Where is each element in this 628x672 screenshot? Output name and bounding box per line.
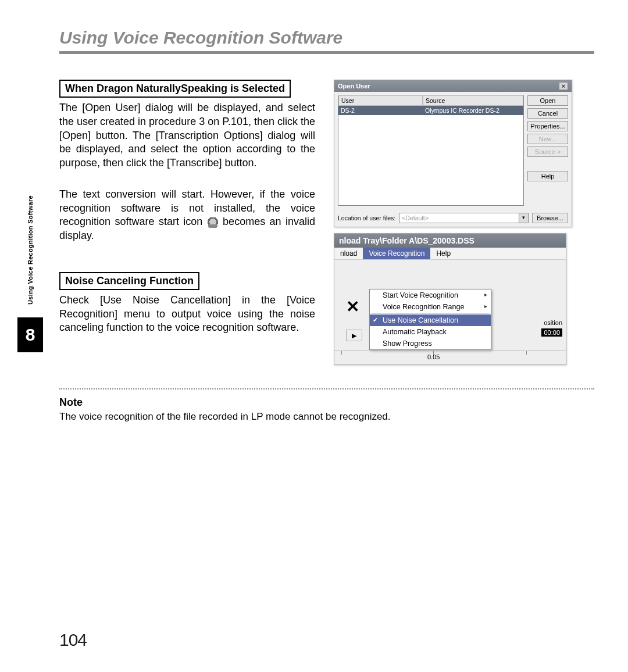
section2-para: Check [Use Noise Cancellation] in the [V…	[59, 294, 315, 335]
window-titlebar: nload Tray\Folder A\DS_20003.DSS	[334, 234, 566, 248]
section1-heading: When Dragon NaturallySpeaking is Selecte…	[59, 80, 291, 98]
section1-para1: The [Open User] dialog will be displayed…	[59, 101, 315, 170]
menu-item-range[interactable]: Voice Recognition Range	[370, 301, 491, 313]
voice-recognition-dropdown: Start Voice Recognition Voice Recognitio…	[369, 289, 491, 350]
menu-voice-recognition[interactable]: Voice Recognition	[363, 248, 430, 259]
sidebar-tab: Using Voice Recognition Software 8	[17, 192, 43, 352]
open-user-dialog: Open User × User Source DS-2 Olympus IC …	[334, 80, 572, 227]
title-rule	[59, 51, 594, 54]
menu-download[interactable]: nload	[334, 248, 363, 259]
page-number: 104	[59, 630, 87, 650]
dialog-titlebar: Open User ×	[334, 80, 572, 92]
list-row-selected[interactable]: DS-2 Olympus IC Recorder DS-2	[338, 106, 523, 115]
help-button[interactable]: Help	[527, 171, 568, 181]
source-button: Source >	[527, 146, 568, 157]
position-label: osition	[544, 319, 562, 326]
voice-start-icon	[207, 217, 219, 228]
page-title: Using Voice Recognition Software	[59, 28, 611, 48]
row-user: DS-2	[338, 106, 423, 115]
play-icon[interactable]: ▶	[346, 330, 362, 341]
open-button[interactable]: Open	[527, 95, 568, 106]
note-text: The voice recognition of the file record…	[59, 411, 611, 423]
dotted-divider	[59, 388, 594, 389]
sidebar-label: Using Voice Recognition Software	[27, 195, 34, 305]
section1-para2: The text conversion will start. However,…	[59, 188, 315, 243]
menu-item-show-progress[interactable]: Show Progress	[370, 338, 491, 349]
menu-help[interactable]: Help	[430, 248, 456, 259]
col-source[interactable]: Source	[423, 95, 523, 106]
user-list[interactable]: User Source DS-2 Olympus IC Recorder DS-…	[338, 95, 524, 206]
dialog-title-text: Open User	[338, 83, 370, 90]
time-display: 00:00	[541, 328, 562, 337]
section2-heading: Noise Canceling Function	[59, 272, 199, 290]
menu-screenshot: nload Tray\Folder A\DS_20003.DSS nload V…	[334, 233, 566, 365]
properties-button[interactable]: Properties...	[527, 121, 568, 131]
time-ruler: 0.05	[334, 351, 566, 364]
col-user[interactable]: User	[338, 95, 423, 106]
new-button: New...	[527, 134, 568, 144]
menu-item-auto-playback[interactable]: Automatic Playback	[370, 326, 491, 338]
right-column: Open User × User Source DS-2 Olympus IC …	[327, 80, 583, 365]
chevron-down-icon[interactable]: ▾	[519, 213, 529, 223]
menubar: nload Voice Recognition Help	[334, 248, 566, 260]
menu-separator	[371, 313, 490, 314]
menu-item-start[interactable]: Start Voice Recognition	[370, 289, 491, 301]
left-column: When Dragon NaturallySpeaking is Selecte…	[59, 80, 327, 365]
menu-item-noise-cancellation[interactable]: Use Noise Cancellation	[370, 314, 491, 326]
row-source: Olympus IC Recorder DS-2	[423, 106, 523, 115]
chapter-number: 8	[17, 317, 43, 352]
close-x-icon[interactable]: ✕	[346, 297, 359, 316]
note-heading: Note	[59, 396, 611, 409]
browse-button[interactable]: Browse...	[532, 213, 568, 223]
location-combobox[interactable]: <Default>	[399, 213, 519, 223]
footer-label: Location of user files:	[338, 215, 395, 221]
cancel-button[interactable]: Cancel	[527, 108, 568, 119]
close-icon[interactable]: ×	[559, 82, 568, 90]
